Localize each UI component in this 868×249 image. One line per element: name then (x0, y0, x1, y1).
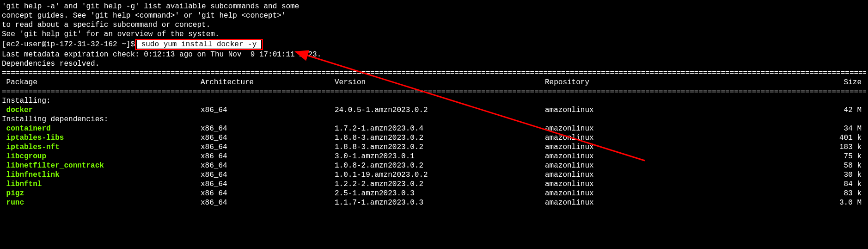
table-row: containerdx86_641.7.2-1.amzn2023.0.4amaz… (2, 124, 866, 133)
installing-deps-label: Installing dependencies: (2, 115, 866, 124)
package-repo: amazonlinux (545, 161, 674, 170)
table-row: libnetfilter_conntrackx86_641.0.8-2.amzn… (2, 161, 866, 170)
package-repo: amazonlinux (545, 180, 674, 189)
command-prompt-line[interactable]: [ec2-user@ip-172-31-32-162 ~]$ sudo yum … (2, 39, 866, 50)
package-size: 401 k (674, 133, 866, 143)
package-repo: amazonlinux (545, 106, 674, 115)
package-size: 42 M (674, 106, 866, 115)
package-name: runc (2, 198, 201, 207)
column-header: Repository (545, 78, 674, 87)
table-row: runcx86_641.1.7-1.amzn2023.0.3amazonlinu… (2, 198, 866, 207)
package-version: 1.1.7-1.amzn2023.0.3 (335, 198, 545, 207)
package-repo: amazonlinux (545, 124, 674, 133)
table-row: pigzx86_642.5-1.amzn2023.0.3amazonlinux8… (2, 189, 866, 198)
output-line: Last metadata expiration check: 0:12:13 … (2, 50, 866, 59)
package-size: 75 k (674, 152, 866, 161)
package-arch: x86_64 (201, 106, 335, 115)
package-size: 183 k (674, 143, 866, 152)
table-header: PackageArchitectureVersionRepositorySize (2, 78, 866, 87)
package-arch: x86_64 (201, 152, 335, 161)
package-version: 24.0.5-1.amzn2023.0.2 (335, 106, 545, 115)
package-repo: amazonlinux (545, 133, 674, 143)
help-text-line: to read about a specific subcommand or c… (2, 20, 866, 30)
package-version: 3.0-1.amzn2023.0.1 (335, 152, 545, 161)
package-name: containerd (2, 124, 201, 133)
column-header: Size (674, 78, 866, 87)
package-version: 1.0.8-2.amzn2023.0.2 (335, 161, 545, 170)
package-version: 1.0.1-19.amzn2023.0.2 (335, 170, 545, 180)
column-header: Architecture (201, 78, 335, 87)
table-row: libcgroupx86_643.0-1.amzn2023.0.1amazonl… (2, 152, 866, 161)
package-arch: x86_64 (201, 124, 335, 133)
divider: ========================================… (2, 87, 866, 96)
package-name: libcgroup (2, 152, 201, 161)
package-repo: amazonlinux (545, 152, 674, 161)
package-version: 1.7.2-1.amzn2023.0.4 (335, 124, 545, 133)
column-header: Version (335, 78, 545, 87)
package-name: iptables-nft (2, 143, 201, 152)
package-arch: x86_64 (201, 198, 335, 207)
package-repo: amazonlinux (545, 198, 674, 207)
help-text-line: See 'git help git' for an overview of th… (2, 30, 866, 39)
table-row: iptables-libsx86_641.8.8-3.amzn2023.0.2a… (2, 133, 866, 143)
package-version: 2.5-1.amzn2023.0.3 (335, 189, 545, 198)
package-name: libnftnl (2, 180, 201, 189)
installing-label: Installing: (2, 96, 866, 106)
table-row: dockerx86_6424.0.5-1.amzn2023.0.2amazonl… (2, 106, 866, 115)
table-row: libnfnetlinkx86_641.0.1-19.amzn2023.0.2a… (2, 170, 866, 180)
help-text-line: 'git help -a' and 'git help -g' list ava… (2, 2, 866, 11)
package-repo: amazonlinux (545, 189, 674, 198)
package-version: 1.2.2-2.amzn2023.0.2 (335, 180, 545, 189)
package-arch: x86_64 (201, 161, 335, 170)
table-row: libnftnlx86_641.2.2-2.amzn2023.0.2amazon… (2, 180, 866, 189)
package-repo: amazonlinux (545, 143, 674, 152)
package-name: libnfnetlink (2, 170, 201, 180)
command-highlight-box: sudo yum install docker -y (135, 39, 263, 50)
package-version: 1.8.8-3.amzn2023.0.2 (335, 133, 545, 143)
help-text-line: concept guides. See 'git help <command>'… (2, 11, 866, 20)
package-name: docker (2, 106, 201, 115)
package-arch: x86_64 (201, 133, 335, 143)
package-name: libnetfilter_conntrack (2, 161, 201, 170)
package-size: 3.0 M (674, 198, 866, 207)
shell-prompt: [ec2-user@ip-172-31-32-162 ~]$ (2, 40, 135, 49)
command-text: sudo yum install docker -y (137, 40, 261, 49)
terminal-output[interactable]: 'git help -a' and 'git help -g' list ava… (2, 2, 866, 207)
output-line: Dependencies resolved. (2, 59, 866, 68)
package-size: 30 k (674, 170, 866, 180)
column-header: Package (2, 78, 201, 87)
package-name: iptables-libs (2, 133, 201, 143)
table-row: iptables-nftx86_641.8.8-3.amzn2023.0.2am… (2, 143, 866, 152)
package-repo: amazonlinux (545, 170, 674, 180)
package-size: 83 k (674, 189, 866, 198)
package-size: 84 k (674, 180, 866, 189)
divider: ========================================… (2, 68, 866, 78)
package-size: 58 k (674, 161, 866, 170)
package-arch: x86_64 (201, 189, 335, 198)
package-size: 34 M (674, 124, 866, 133)
package-version: 1.8.8-3.amzn2023.0.2 (335, 143, 545, 152)
package-arch: x86_64 (201, 143, 335, 152)
package-name: pigz (2, 189, 201, 198)
package-arch: x86_64 (201, 170, 335, 180)
package-arch: x86_64 (201, 180, 335, 189)
